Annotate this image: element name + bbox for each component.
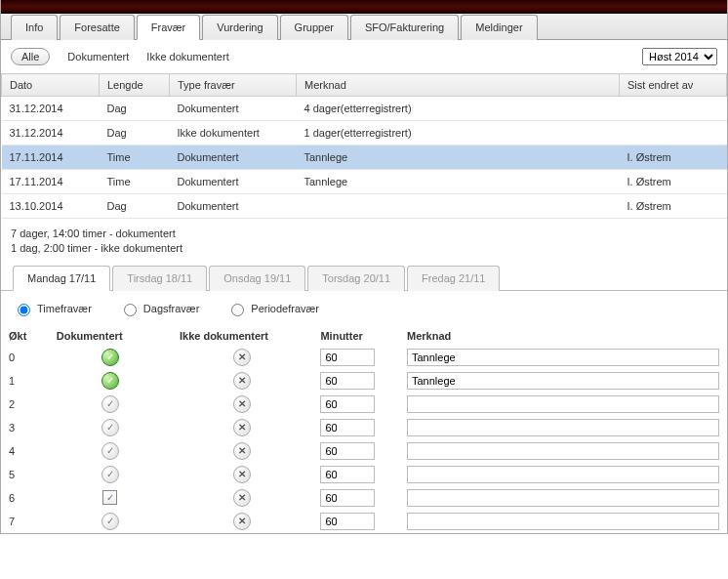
x-icon[interactable]: ✕ — [233, 442, 251, 460]
merknad-input[interactable] — [407, 395, 719, 413]
cell-merknad: 1 dager(etterregistrert) — [297, 121, 620, 145]
col-dok: Dokumentert — [49, 326, 172, 346]
daytab-thu[interactable]: Torsdag 20/11 — [307, 266, 405, 291]
radio-dagsfravaer-input[interactable] — [124, 304, 137, 316]
check-gray-icon[interactable]: ✓ — [101, 442, 119, 460]
x-icon[interactable]: ✕ — [233, 513, 251, 530]
cell-type: Dokumentert — [170, 170, 297, 194]
minutes-cell — [312, 416, 399, 439]
semester-select[interactable]: Høst 2014 — [642, 48, 717, 65]
radio-timefravaer-input[interactable] — [18, 304, 30, 316]
merknad-input[interactable] — [407, 513, 719, 530]
ikke-dokumentert-cell: ✕ — [172, 510, 313, 533]
minutes-input[interactable] — [320, 489, 375, 507]
merknad-input[interactable] — [407, 419, 719, 436]
cell-merknad: Tannlege — [297, 145, 620, 170]
col-type[interactable]: Type fravær — [170, 74, 297, 97]
minutes-input[interactable] — [320, 349, 375, 366]
radio-periodefravaer-input[interactable] — [231, 304, 244, 316]
check-green-icon[interactable]: ✓ — [101, 349, 119, 366]
merknad-input[interactable] — [407, 349, 719, 366]
minutes-cell — [312, 486, 399, 510]
table-row[interactable]: 31.12.2014DagDokumentert4 dager(etterreg… — [2, 97, 727, 121]
table-row[interactable]: 13.10.2014DagDokumentertI. Østrem — [2, 194, 727, 219]
minutes-cell — [312, 463, 399, 486]
main-tabs: Info Foresatte Fravær Vurdering Grupper … — [1, 14, 727, 40]
merknad-input[interactable] — [407, 489, 719, 507]
dokumentert-cell: ✓ — [49, 416, 172, 439]
cell-lengde: Dag — [100, 97, 170, 121]
session-number: 0 — [1, 346, 49, 369]
table-row[interactable]: 17.11.2014TimeDokumentertTannlegeI. Østr… — [2, 170, 727, 194]
check-gray-icon[interactable]: ✓ — [101, 419, 119, 436]
filter-ikke-dokumentert[interactable]: Ikke dokumentert — [146, 51, 228, 62]
cell-dato: 17.11.2014 — [2, 170, 100, 194]
minutes-cell — [312, 369, 399, 393]
minutes-input[interactable] — [320, 513, 375, 530]
tab-sfo[interactable]: SFO/Fakturering — [350, 15, 459, 40]
absence-type-radios: Timefravær Dagsfravær Periodefravær — [1, 291, 727, 326]
minutes-input[interactable] — [320, 466, 375, 483]
merknad-input[interactable] — [407, 466, 719, 483]
table-row[interactable]: 31.12.2014DagIkke dokumentert1 dager(ett… — [2, 121, 727, 145]
x-icon[interactable]: ✕ — [233, 372, 251, 390]
tab-meldinger[interactable]: Meldinger — [461, 15, 537, 40]
merknad-cell — [399, 463, 727, 486]
cell-sist — [620, 97, 727, 121]
app-topbar — [1, 0, 727, 14]
ikke-dokumentert-cell: ✕ — [172, 416, 313, 439]
x-icon[interactable]: ✕ — [233, 395, 251, 413]
x-icon[interactable]: ✕ — [233, 349, 251, 366]
col-lengde[interactable]: Lengde — [100, 74, 170, 97]
col-merknad[interactable]: Merknad — [297, 74, 620, 97]
table-row[interactable]: 17.11.2014TimeDokumentertTannlegeI. Østr… — [2, 145, 727, 170]
session-row: 1✓✕ — [1, 369, 727, 393]
daytab-wed[interactable]: Onsdag 19/11 — [209, 266, 305, 291]
cell-type: Dokumentert — [170, 97, 297, 121]
col-sist[interactable]: Sist endret av — [620, 74, 727, 97]
session-row: 7✓✕ — [1, 510, 727, 533]
merknad-input[interactable] — [407, 372, 719, 390]
check-gray-icon[interactable]: ✓ — [101, 395, 119, 413]
minutes-input[interactable] — [320, 442, 375, 460]
dokumentert-cell: ✓ — [49, 393, 172, 416]
absence-table: Dato Lengde Type fravær Merknad Sist end… — [1, 73, 727, 219]
daytab-tue[interactable]: Tirsdag 18/11 — [112, 266, 207, 291]
session-number: 6 — [1, 486, 49, 510]
merknad-input[interactable] — [407, 442, 719, 460]
cell-dato: 17.11.2014 — [2, 145, 100, 170]
session-row: 5✓✕ — [1, 463, 727, 486]
tab-fravaer[interactable]: Fravær — [137, 15, 200, 40]
check-gray-icon[interactable]: ✓ — [101, 466, 119, 483]
x-icon[interactable]: ✕ — [233, 466, 251, 483]
merknad-cell — [399, 346, 727, 369]
check-green-icon[interactable]: ✓ — [101, 372, 119, 390]
radio-timefravaer[interactable]: Timefravær — [13, 301, 92, 316]
radio-periodefravaer[interactable]: Periodefravær — [226, 301, 319, 316]
tab-foresatte[interactable]: Foresatte — [60, 15, 134, 40]
daytab-mon[interactable]: Mandag 17/11 — [13, 266, 110, 291]
col-merk: Merknad — [399, 326, 727, 346]
x-icon[interactable]: ✕ — [233, 419, 251, 436]
filter-dokumentert[interactable]: Dokumentert — [67, 51, 129, 62]
check-gray-icon[interactable]: ✓ — [101, 513, 119, 530]
x-icon[interactable]: ✕ — [233, 489, 251, 507]
minutes-input[interactable] — [320, 395, 375, 413]
radio-dagsfravaer[interactable]: Dagsfravær — [119, 301, 199, 316]
session-row: 6✓✕ — [1, 486, 727, 510]
checkbox-square-icon[interactable]: ✓ — [102, 490, 117, 505]
tab-grupper[interactable]: Grupper — [280, 15, 348, 40]
session-number: 1 — [1, 369, 49, 393]
filter-alle[interactable]: Alle — [11, 48, 50, 65]
tab-info[interactable]: Info — [11, 15, 58, 40]
ikke-dokumentert-cell: ✕ — [172, 463, 313, 486]
minutes-input[interactable] — [320, 372, 375, 390]
tab-vurdering[interactable]: Vurdering — [202, 15, 277, 40]
minutes-input[interactable] — [320, 419, 375, 436]
session-number: 7 — [1, 510, 49, 533]
cell-merknad: 4 dager(etterregistrert) — [297, 97, 620, 121]
session-row: 0✓✕ — [1, 346, 727, 369]
merknad-cell — [399, 510, 727, 533]
daytab-fri[interactable]: Fredag 21/11 — [407, 266, 500, 291]
col-dato[interactable]: Dato — [2, 74, 100, 97]
